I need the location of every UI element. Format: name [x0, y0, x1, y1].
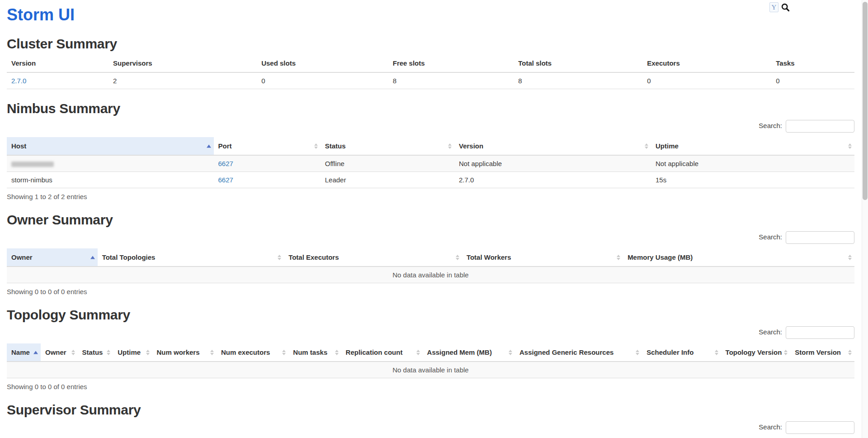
- version-cell: 2.7.0: [454, 172, 651, 188]
- col-host[interactable]: Host: [7, 137, 214, 155]
- page-title: Storm UI: [7, 5, 854, 24]
- supervisor-search-input[interactable]: [786, 421, 854, 434]
- version-cell: Not applicable: [454, 155, 651, 172]
- sort-icon: [210, 350, 214, 355]
- topology-summary-table: Name Owner Status Uptime Num workers Num…: [7, 343, 854, 378]
- col-memory-usage[interactable]: Memory Usage (MB): [623, 248, 854, 267]
- col-tasks: Tasks: [771, 54, 854, 72]
- cluster-summary-table: Version Supervisors Used slots Free slot…: [7, 54, 854, 89]
- sort-icon: [715, 350, 718, 355]
- col-uptime[interactable]: Uptime: [113, 343, 152, 362]
- cluster-header-row: Version Supervisors Used slots Free slot…: [7, 54, 854, 72]
- free-slots-cell: 8: [388, 72, 514, 89]
- col-uptime[interactable]: Uptime: [651, 137, 854, 155]
- supervisors-cell: 2: [108, 72, 257, 89]
- empty-row: No data available in table: [7, 362, 854, 378]
- sort-icon: [636, 350, 639, 355]
- no-data-message: No data available in table: [7, 362, 854, 378]
- col-executors: Executors: [642, 54, 771, 72]
- cluster-summary-heading: Cluster Summary: [7, 36, 854, 52]
- col-assigned-generic-resources[interactable]: Assigned Generic Resources: [515, 343, 642, 362]
- col-num-workers[interactable]: Num workers: [152, 343, 217, 362]
- sort-icon: [617, 255, 620, 260]
- sort-icon: [848, 143, 852, 149]
- sort-ascending-icon: [207, 144, 211, 148]
- col-total-topologies[interactable]: Total Topologies: [98, 248, 284, 267]
- scrollbar-thumb[interactable]: [863, 2, 868, 200]
- col-owner[interactable]: Owner: [41, 343, 78, 362]
- col-status[interactable]: Status: [321, 137, 454, 155]
- col-name[interactable]: Name: [7, 343, 41, 362]
- port-link[interactable]: 6627: [218, 160, 233, 167]
- version-link[interactable]: 2.7.0: [11, 77, 26, 85]
- host-cell: [7, 155, 214, 172]
- nimbus-search-label: Search:: [759, 122, 782, 129]
- topology-search: Search:: [7, 326, 854, 339]
- topology-header-row: Name Owner Status Uptime Num workers Num…: [7, 343, 854, 362]
- search-icon[interactable]: [781, 3, 790, 12]
- col-total-slots: Total slots: [514, 54, 642, 72]
- owner-search-input[interactable]: [786, 231, 854, 244]
- y-badge-icon: Y: [769, 2, 778, 12]
- redacted-host: [11, 162, 54, 167]
- uptime-cell: 15s: [651, 172, 854, 188]
- port-cell: 6627: [214, 155, 321, 172]
- home-link[interactable]: Storm UI: [7, 5, 75, 24]
- topology-search-label: Search:: [759, 328, 782, 336]
- sort-icon: [848, 350, 852, 355]
- col-total-workers[interactable]: Total Workers: [462, 248, 623, 267]
- col-supervisors: Supervisors: [108, 54, 257, 72]
- cluster-row: 2.7.0 2 0 8 8 0 0: [7, 72, 854, 89]
- sort-icon: [848, 255, 852, 260]
- nimbus-row: storm-nimbus 6627 Leader 2.7.0 15s: [7, 172, 854, 188]
- topology-search-input[interactable]: [786, 326, 854, 339]
- col-port[interactable]: Port: [214, 137, 321, 155]
- host-cell: storm-nimbus: [7, 172, 214, 188]
- storm-ui-page: Y Storm UI Cluster Summary Version Super…: [0, 0, 868, 438]
- col-scheduler-info[interactable]: Scheduler Info: [642, 343, 721, 362]
- col-nimbus-version[interactable]: Version: [454, 137, 651, 155]
- col-storm-version[interactable]: Storm Version: [790, 343, 854, 362]
- col-status[interactable]: Status: [78, 343, 113, 362]
- sort-icon: [784, 350, 788, 355]
- col-used-slots: Used slots: [257, 54, 388, 72]
- nimbus-search-input[interactable]: [786, 120, 854, 133]
- no-data-message: No data available in table: [7, 267, 854, 283]
- col-num-tasks[interactable]: Num tasks: [288, 343, 341, 362]
- sort-icon: [282, 350, 286, 355]
- sort-icon: [314, 143, 318, 149]
- col-assigned-mem[interactable]: Assigned Mem (MB): [423, 343, 515, 362]
- col-owner[interactable]: Owner: [7, 248, 98, 267]
- sort-icon: [509, 350, 512, 355]
- col-num-executors[interactable]: Num executors: [217, 343, 288, 362]
- sort-icon: [278, 255, 281, 260]
- col-total-executors[interactable]: Total Executors: [284, 248, 462, 267]
- uptime-cell: Not applicable: [651, 155, 854, 172]
- col-free-slots: Free slots: [388, 54, 514, 72]
- sort-icon: [146, 350, 150, 355]
- nimbus-header-row: Host Port Status Version Uptime: [7, 137, 854, 155]
- owner-summary-heading: Owner Summary: [7, 212, 854, 228]
- topology-table-info: Showing 0 to 0 of 0 entries: [7, 383, 854, 390]
- topbar-icons: Y: [769, 2, 790, 12]
- owner-summary-table: Owner Total Topologies Total Executors T…: [7, 248, 854, 283]
- sort-ascending-icon: [33, 351, 38, 354]
- nimbus-table-info: Showing 1 to 2 of 2 entries: [7, 193, 854, 200]
- status-cell: Offline: [321, 155, 454, 172]
- sort-icon: [416, 350, 420, 355]
- tasks-cell: 0: [771, 72, 854, 89]
- sort-icon: [456, 255, 459, 260]
- owner-search-label: Search:: [759, 233, 782, 241]
- sort-ascending-icon: [90, 256, 95, 259]
- port-link[interactable]: 6627: [218, 176, 233, 184]
- version-cell: 2.7.0: [7, 72, 108, 89]
- supervisor-search-label: Search:: [759, 423, 782, 431]
- col-topology-version[interactable]: Topology Version: [721, 343, 791, 362]
- content: Y Storm UI Cluster Summary Version Super…: [0, 5, 862, 434]
- owner-search: Search:: [7, 231, 854, 244]
- sort-icon: [335, 350, 339, 355]
- sort-icon: [448, 143, 452, 149]
- scrollbar[interactable]: [862, 0, 868, 438]
- col-replication-count[interactable]: Replication count: [341, 343, 423, 362]
- used-slots-cell: 0: [257, 72, 388, 89]
